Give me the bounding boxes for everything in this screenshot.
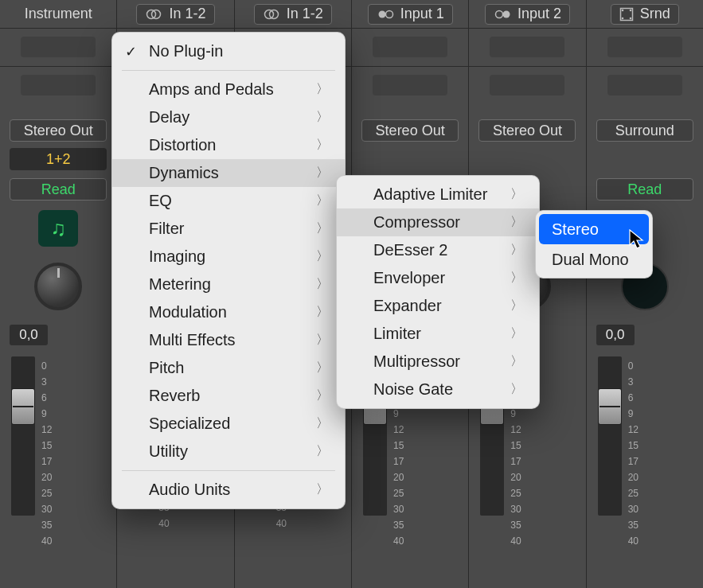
menu-item[interactable]: Filter〉 xyxy=(112,215,345,243)
menu-item[interactable]: Multipressor〉 xyxy=(337,348,539,376)
scale-tick: 20 xyxy=(510,469,521,485)
menu-item[interactable]: EQ〉 xyxy=(112,187,345,215)
input-selector-button[interactable]: Instrument xyxy=(17,4,100,25)
scale-tick: 6 xyxy=(41,390,52,406)
send-slot[interactable] xyxy=(607,75,682,95)
channel-config-submenu[interactable]: StereoDual Mono xyxy=(535,210,653,278)
pan-value[interactable]: 0,0 xyxy=(10,325,48,345)
group-button[interactable]: 1+2 xyxy=(10,148,107,170)
menu-item[interactable]: Noise Gate〉 xyxy=(337,376,539,403)
chevron-right-icon: 〉 xyxy=(316,248,329,265)
menu-item[interactable]: Utility〉 xyxy=(112,438,345,465)
output-button[interactable]: Surround xyxy=(596,119,693,142)
menu-item-label: DeEsser 2 xyxy=(373,241,447,259)
input-selector-button[interactable]: Srnd xyxy=(611,4,679,25)
volume-fader[interactable] xyxy=(11,356,35,516)
menu-item-label: Modulation xyxy=(149,303,227,321)
automation-mode-button[interactable]: Read xyxy=(596,178,693,201)
insert-slot[interactable] xyxy=(607,37,682,57)
output-button[interactable]: Stereo Out xyxy=(478,119,576,142)
menu-item[interactable]: Reverb〉 xyxy=(112,382,345,410)
menu-item[interactable]: Multi Effects〉 xyxy=(112,326,345,354)
menu-item-label: Pitch xyxy=(149,359,184,377)
insert-slot[interactable] xyxy=(490,37,564,57)
mono-left-icon xyxy=(377,9,394,20)
scale-tick: 35 xyxy=(628,517,639,533)
input-label: Instrument xyxy=(25,6,92,22)
input-selector-button[interactable]: Input 1 xyxy=(368,4,453,25)
mono-right-icon xyxy=(494,9,511,20)
stereo-icon xyxy=(263,9,280,20)
menu-item[interactable]: Delay〉 xyxy=(112,103,345,131)
menu-item[interactable]: Amps and Pedals〉 xyxy=(112,76,345,103)
chevron-right-icon: 〉 xyxy=(316,220,329,237)
input-selector-button[interactable]: Input 2 xyxy=(485,4,570,25)
volume-fader[interactable] xyxy=(598,356,622,516)
pan-value[interactable]: 0,0 xyxy=(596,325,635,345)
fader-cap[interactable] xyxy=(598,388,622,425)
menu-item[interactable]: Limiter〉 xyxy=(337,320,539,348)
menu-item-label: Metering xyxy=(149,275,211,294)
insert-slot-region xyxy=(352,29,468,67)
insert-slot[interactable] xyxy=(21,37,96,57)
menu-item-label: Amps and Pedals xyxy=(149,80,274,99)
insert-slot-region xyxy=(587,29,703,67)
scale-tick: 20 xyxy=(628,469,639,485)
menu-item[interactable]: Compressor〉 xyxy=(337,208,539,236)
chevron-right-icon: 〉 xyxy=(510,381,523,398)
send-slot[interactable] xyxy=(490,75,564,95)
output-button[interactable]: Stereo Out xyxy=(361,119,459,142)
chevron-right-icon: 〉 xyxy=(316,387,329,404)
automation-mode-button[interactable]: Read xyxy=(10,178,107,201)
menu-item[interactable]: Specialized〉 xyxy=(112,410,345,438)
scale-tick: 30 xyxy=(393,501,404,517)
dynamics-submenu[interactable]: Adaptive Limiter〉Compressor〉DeEsser 2〉En… xyxy=(336,175,540,409)
music-note-icon[interactable]: ♫ xyxy=(38,210,78,247)
pan-knob[interactable] xyxy=(34,263,82,310)
menu-item[interactable]: Imaging〉 xyxy=(112,243,345,271)
menu-item[interactable]: Stereo xyxy=(539,214,649,244)
menu-item[interactable]: Pitch〉 xyxy=(112,354,345,382)
input-label: Input 1 xyxy=(400,6,444,22)
scale-tick: 15 xyxy=(628,438,639,454)
send-slot[interactable] xyxy=(373,75,447,95)
scale-tick: 17 xyxy=(628,454,639,469)
menu-item[interactable]: Modulation〉 xyxy=(112,298,345,326)
menu-item-label: Compressor xyxy=(373,213,460,232)
chevron-right-icon: 〉 xyxy=(316,276,329,293)
menu-item[interactable]: Metering〉 xyxy=(112,271,345,298)
menu-separator xyxy=(122,470,335,471)
scale-tick: 3 xyxy=(41,374,52,390)
scale-tick: 17 xyxy=(41,454,52,469)
menu-separator xyxy=(122,70,335,71)
insert-slot[interactable] xyxy=(373,37,447,57)
menu-item-audio-units[interactable]: Audio Units 〉 xyxy=(112,476,345,504)
scale-tick: 30 xyxy=(628,501,639,517)
chevron-right-icon: 〉 xyxy=(510,186,523,203)
menu-item[interactable]: Dual Mono xyxy=(539,244,649,275)
scale-tick: 40 xyxy=(276,516,287,532)
menu-item[interactable]: Expander〉 xyxy=(337,292,539,320)
fader-cap[interactable] xyxy=(11,388,35,425)
svg-point-10 xyxy=(629,9,631,11)
menu-item[interactable]: Distortion〉 xyxy=(112,131,345,159)
menu-item-label: Distortion xyxy=(149,136,216,154)
menu-item[interactable]: Adaptive Limiter〉 xyxy=(337,181,539,208)
plugin-category-menu[interactable]: ✓ No Plug-in Amps and Pedals〉Delay〉Disto… xyxy=(111,32,346,509)
chevron-right-icon: 〉 xyxy=(510,325,523,342)
insert-slot-region xyxy=(469,29,585,67)
menu-item-label: Expander xyxy=(373,297,442,315)
scale-tick: 0 xyxy=(628,358,639,374)
send-slot[interactable] xyxy=(21,75,96,95)
input-selector-button[interactable]: In 1-2 xyxy=(254,4,332,25)
menu-item-label: Dual Mono xyxy=(552,251,629,269)
chevron-right-icon: 〉 xyxy=(316,443,329,460)
menu-item[interactable]: Dynamics〉 xyxy=(112,159,345,187)
svg-point-12 xyxy=(629,17,631,19)
menu-item[interactable]: DeEsser 2〉 xyxy=(337,236,539,264)
input-selector-button[interactable]: In 1-2 xyxy=(136,4,214,25)
menu-item[interactable]: Enveloper〉 xyxy=(337,264,539,292)
scale-tick: 3 xyxy=(628,374,639,390)
output-button[interactable]: Stereo Out xyxy=(10,119,107,142)
menu-item-no-plugin[interactable]: ✓ No Plug-in xyxy=(112,37,345,65)
